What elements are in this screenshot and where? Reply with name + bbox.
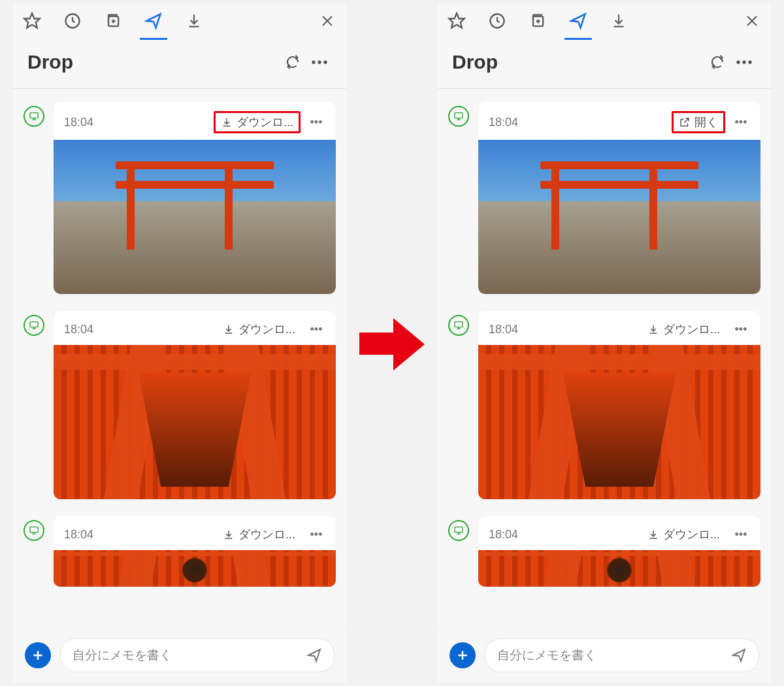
drop-tab[interactable] [144,11,163,31]
downloads-tab[interactable] [184,11,204,31]
message-card: 18:04 ダウンロ... ••• [54,311,336,499]
download-button[interactable]: ダウンロ... [218,320,301,338]
device-avatar [24,315,44,336]
compose-placeholder: 自分にメモを書く [73,647,306,664]
message-card: 18:04 開く ••• [478,102,760,294]
svg-rect-9 [30,113,38,118]
close-button[interactable] [742,11,762,31]
svg-rect-43 [455,527,463,532]
compose-bar: 自分にメモを書く [13,627,346,683]
item-more-menu[interactable]: ••• [307,528,325,542]
message-card: 18:04 ダウンロ... ••• [54,516,336,587]
collections-tab[interactable] [103,11,123,31]
message-list: 18:04 ダウンロ... ••• 18 [13,89,346,627]
download-button[interactable]: ダウンロ... [642,320,725,338]
svg-rect-19 [30,527,38,532]
item-more-menu[interactable]: ••• [307,116,325,129]
top-tab-bar [438,3,771,39]
downloads-tab[interactable] [609,11,629,31]
history-tab[interactable] [487,11,507,31]
image-thumbnail[interactable] [54,140,336,294]
open-external-icon [679,116,691,128]
transition-arrow [359,317,425,369]
item-more-menu[interactable]: ••• [732,323,750,336]
message-list: 18:04 開く ••• 18:04 [438,89,771,627]
more-menu[interactable]: ••• [308,50,332,74]
timestamp: 18:04 [489,323,636,336]
add-button[interactable] [449,642,476,668]
item-more-menu[interactable]: ••• [307,323,325,336]
action-label: 開く [694,114,718,130]
device-avatar [448,106,469,127]
download-button[interactable]: ダウンロ... [642,525,725,544]
message-item: 18:04 ダウンロ... ••• [448,516,760,587]
sync-button[interactable] [706,50,729,74]
compose-input[interactable]: 自分にメモを書く [60,638,335,672]
message-card: 18:04 ダウンロ... ••• [54,102,336,294]
action-label: ダウンロ... [238,527,295,542]
compose-bar: 自分にメモを書く [438,627,771,683]
download-icon [647,323,659,335]
timestamp: 18:04 [489,116,665,129]
add-button[interactable] [25,642,51,668]
message-item: 18:04 ダウンロ... ••• [24,102,336,294]
timestamp: 18:04 [64,323,211,336]
close-button[interactable] [318,11,337,31]
send-button[interactable] [306,647,322,663]
download-icon [647,529,659,540]
device-avatar [448,520,469,541]
message-item: 18:04 ダウンロ... ••• [448,311,760,499]
action-label: ダウンロ... [663,527,720,542]
download-button[interactable]: ダウンロ... [218,525,301,544]
page-title: Drop [27,51,277,73]
collections-tab[interactable] [528,11,547,31]
device-avatar [24,106,44,127]
timestamp: 18:04 [64,528,211,542]
image-thumbnail[interactable] [54,550,336,587]
message-card: 18:04 ダウンロ... ••• [478,516,760,587]
header-row: Drop ••• [438,39,771,89]
svg-marker-26 [449,13,464,27]
timestamp: 18:04 [64,116,207,129]
image-thumbnail[interactable] [54,345,336,499]
timestamp: 18:04 [489,528,636,542]
favorites-tab[interactable] [22,11,42,31]
download-icon [221,116,233,128]
device-avatar [24,520,44,541]
svg-rect-38 [455,322,463,327]
open-button[interactable]: 開く [672,111,725,133]
sync-button[interactable] [281,50,304,74]
image-thumbnail[interactable] [478,345,760,499]
action-label: ダウンロ... [663,321,720,337]
image-thumbnail[interactable] [478,140,760,294]
message-item: 18:04 ダウンロ... ••• [24,311,336,499]
item-more-menu[interactable]: ••• [732,528,750,542]
favorites-tab[interactable] [447,11,466,31]
message-item: 18:04 開く ••• [448,102,760,294]
message-item: 18:04 ダウンロ... ••• [24,516,336,587]
history-tab[interactable] [63,11,82,31]
download-button[interactable]: ダウンロ... [214,111,301,133]
more-menu[interactable]: ••• [733,50,757,74]
drop-panel-before: Drop ••• 18:04 ダウンロ... [13,3,346,683]
compose-placeholder: 自分にメモを書く [497,647,731,664]
download-icon [223,529,235,540]
svg-rect-35 [455,113,463,118]
action-label: ダウンロ... [238,321,295,337]
svg-rect-14 [30,322,38,327]
item-more-menu[interactable]: ••• [732,116,750,129]
drop-panel-after: Drop ••• 18:04 開く ••• [438,3,771,683]
download-icon [223,323,235,335]
top-tab-bar [13,3,346,39]
drop-tab[interactable] [568,11,588,31]
send-button[interactable] [731,647,747,663]
device-avatar [448,315,469,336]
compose-input[interactable]: 自分にメモを書く [485,638,759,672]
image-thumbnail[interactable] [478,550,760,587]
page-title: Drop [452,51,702,73]
message-card: 18:04 ダウンロ... ••• [478,311,760,499]
header-row: Drop ••• [13,39,346,89]
action-label: ダウンロ... [237,114,293,130]
svg-marker-0 [24,13,39,27]
